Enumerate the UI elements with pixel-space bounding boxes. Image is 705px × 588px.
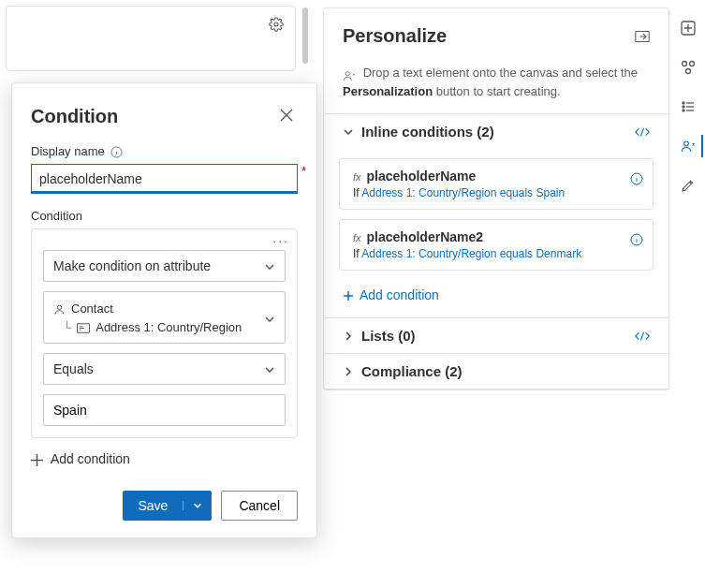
modal-title: Condition (31, 106, 118, 127)
chevron-down-icon (264, 258, 275, 273)
close-icon[interactable] (279, 108, 298, 126)
add-condition-button[interactable]: Add condition (31, 451, 298, 466)
accordion-label: Lists (0) (361, 328, 416, 344)
right-icon-rail (671, 6, 705, 197)
chevron-right-icon (343, 366, 354, 377)
entity-name: Contact (71, 300, 113, 318)
condition-basis-select[interactable]: Make condition on attribute (43, 250, 286, 282)
chevron-right-icon (343, 331, 354, 342)
accordion-label: Compliance (2) (361, 363, 463, 379)
condition-modal: Condition Display name * Condition ··· M… (11, 82, 317, 538)
rail-elements-icon[interactable] (677, 56, 699, 79)
attribute-name: Address 1: Country/Region (95, 318, 242, 337)
info-icon[interactable] (630, 231, 643, 246)
operator-select[interactable]: Equals (43, 353, 286, 385)
contact-icon (53, 300, 66, 318)
svg-point-11 (683, 110, 684, 111)
rail-theme-icon[interactable] (677, 174, 699, 197)
required-star: * (301, 164, 306, 178)
code-block-icon[interactable] (635, 125, 650, 140)
svg-point-0 (274, 22, 278, 26)
display-name-label: Display name (31, 144, 298, 158)
plus-icon (31, 451, 43, 466)
plus-icon (343, 287, 354, 302)
personalize-panel: Personalize Drop a text element onto the… (323, 7, 669, 390)
fx-icon: fx (353, 232, 361, 243)
condition-card[interactable]: fxplaceholderName If Address 1: Country/… (339, 158, 654, 210)
condition-name: placeholderName (367, 169, 477, 184)
attribute-select[interactable]: Contact └ Address 1: Country/Region (43, 291, 286, 344)
cancel-button[interactable]: Cancel (221, 491, 298, 521)
panel-pop-out-icon[interactable] (635, 29, 650, 44)
chevron-down-icon (264, 361, 275, 376)
fx-icon: fx (353, 171, 361, 183)
chevron-down-icon (343, 126, 354, 138)
svg-point-9 (683, 102, 684, 104)
condition-builder: ··· Make condition on attribute Contact … (31, 228, 298, 438)
svg-point-14 (57, 305, 61, 309)
display-name-input[interactable] (31, 164, 298, 194)
person-small-icon (343, 67, 360, 81)
personalization-keyword: Personalization (343, 84, 433, 98)
rail-personalize-icon[interactable] (681, 135, 703, 157)
condition-expression[interactable]: Address 1: Country/Region equals Spain (361, 186, 565, 199)
canvas-card (6, 6, 296, 71)
more-icon[interactable]: ··· (272, 233, 289, 248)
info-icon[interactable] (110, 144, 123, 158)
accordion-lists[interactable]: Lists (0) (324, 317, 668, 353)
panel-title: Personalize (343, 25, 447, 47)
svg-point-8 (686, 69, 691, 74)
condition-section-label: Condition (31, 209, 298, 223)
scrollbar-thumb[interactable] (302, 7, 308, 64)
info-icon[interactable] (630, 170, 643, 185)
text-field-icon (77, 318, 90, 337)
chevron-down-icon (264, 311, 275, 326)
save-button[interactable]: Save (123, 491, 212, 521)
accordion-compliance[interactable]: Compliance (2) (324, 353, 668, 390)
svg-point-6 (683, 62, 687, 66)
svg-point-2 (345, 71, 349, 75)
accordion-inline-conditions[interactable]: Inline conditions (2) (324, 113, 668, 149)
condition-name: placeholderName2 (367, 229, 484, 244)
add-condition-link[interactable]: Add condition (324, 280, 668, 317)
svg-point-7 (690, 62, 695, 66)
svg-point-10 (683, 106, 684, 108)
rail-list-icon[interactable] (677, 96, 699, 118)
condition-expression[interactable]: Address 1: Country/Region equals Denmark (361, 247, 581, 260)
gear-icon[interactable] (269, 16, 284, 32)
rail-add-icon[interactable] (677, 17, 699, 39)
save-split-chevron[interactable] (183, 501, 212, 510)
value-input[interactable] (43, 394, 286, 426)
accordion-label: Inline conditions (2) (361, 124, 494, 140)
code-block-icon[interactable] (635, 329, 650, 344)
panel-help-text: Drop a text element onto the canvas and … (324, 60, 668, 113)
svg-point-12 (684, 141, 689, 146)
condition-card[interactable]: fxplaceholderName2 If Address 1: Country… (339, 219, 654, 271)
